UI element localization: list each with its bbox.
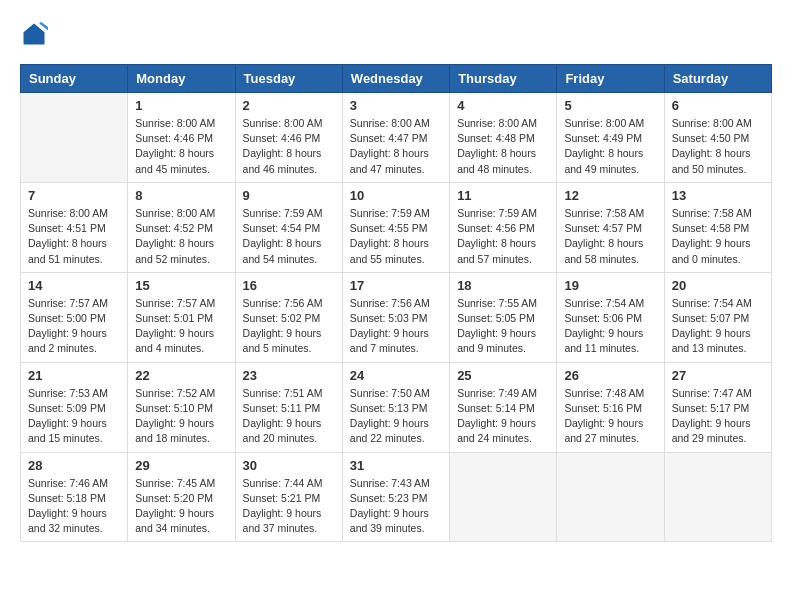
day-info: Sunrise: 7:43 AMSunset: 5:23 PMDaylight:… bbox=[350, 476, 442, 537]
calendar-header-tuesday: Tuesday bbox=[235, 65, 342, 93]
day-number: 29 bbox=[135, 458, 227, 473]
calendar-cell bbox=[664, 452, 771, 542]
day-info: Sunrise: 7:54 AMSunset: 5:06 PMDaylight:… bbox=[564, 296, 656, 357]
day-number: 2 bbox=[243, 98, 335, 113]
day-number: 12 bbox=[564, 188, 656, 203]
day-info: Sunrise: 7:44 AMSunset: 5:21 PMDaylight:… bbox=[243, 476, 335, 537]
day-number: 16 bbox=[243, 278, 335, 293]
day-info: Sunrise: 7:56 AMSunset: 5:02 PMDaylight:… bbox=[243, 296, 335, 357]
day-number: 10 bbox=[350, 188, 442, 203]
calendar-header-thursday: Thursday bbox=[450, 65, 557, 93]
day-info: Sunrise: 7:59 AMSunset: 4:54 PMDaylight:… bbox=[243, 206, 335, 267]
day-number: 25 bbox=[457, 368, 549, 383]
calendar-cell: 5Sunrise: 8:00 AMSunset: 4:49 PMDaylight… bbox=[557, 93, 664, 183]
day-info: Sunrise: 7:57 AMSunset: 5:01 PMDaylight:… bbox=[135, 296, 227, 357]
calendar-header-friday: Friday bbox=[557, 65, 664, 93]
day-info: Sunrise: 7:55 AMSunset: 5:05 PMDaylight:… bbox=[457, 296, 549, 357]
logo bbox=[20, 20, 52, 48]
calendar-cell: 26Sunrise: 7:48 AMSunset: 5:16 PMDayligh… bbox=[557, 362, 664, 452]
calendar-cell: 17Sunrise: 7:56 AMSunset: 5:03 PMDayligh… bbox=[342, 272, 449, 362]
calendar-cell: 29Sunrise: 7:45 AMSunset: 5:20 PMDayligh… bbox=[128, 452, 235, 542]
day-number: 5 bbox=[564, 98, 656, 113]
calendar-cell: 3Sunrise: 8:00 AMSunset: 4:47 PMDaylight… bbox=[342, 93, 449, 183]
calendar-cell: 6Sunrise: 8:00 AMSunset: 4:50 PMDaylight… bbox=[664, 93, 771, 183]
calendar-cell: 18Sunrise: 7:55 AMSunset: 5:05 PMDayligh… bbox=[450, 272, 557, 362]
calendar-cell bbox=[557, 452, 664, 542]
calendar-cell: 12Sunrise: 7:58 AMSunset: 4:57 PMDayligh… bbox=[557, 182, 664, 272]
calendar-week-3: 14Sunrise: 7:57 AMSunset: 5:00 PMDayligh… bbox=[21, 272, 772, 362]
calendar-header-monday: Monday bbox=[128, 65, 235, 93]
day-number: 8 bbox=[135, 188, 227, 203]
calendar-cell: 25Sunrise: 7:49 AMSunset: 5:14 PMDayligh… bbox=[450, 362, 557, 452]
day-number: 23 bbox=[243, 368, 335, 383]
calendar-cell: 9Sunrise: 7:59 AMSunset: 4:54 PMDaylight… bbox=[235, 182, 342, 272]
calendar-cell: 21Sunrise: 7:53 AMSunset: 5:09 PMDayligh… bbox=[21, 362, 128, 452]
day-info: Sunrise: 7:46 AMSunset: 5:18 PMDaylight:… bbox=[28, 476, 120, 537]
calendar-header-row: SundayMondayTuesdayWednesdayThursdayFrid… bbox=[21, 65, 772, 93]
calendar-cell: 24Sunrise: 7:50 AMSunset: 5:13 PMDayligh… bbox=[342, 362, 449, 452]
day-number: 1 bbox=[135, 98, 227, 113]
day-info: Sunrise: 7:52 AMSunset: 5:10 PMDaylight:… bbox=[135, 386, 227, 447]
calendar-cell: 31Sunrise: 7:43 AMSunset: 5:23 PMDayligh… bbox=[342, 452, 449, 542]
day-info: Sunrise: 7:53 AMSunset: 5:09 PMDaylight:… bbox=[28, 386, 120, 447]
day-number: 6 bbox=[672, 98, 764, 113]
day-info: Sunrise: 7:56 AMSunset: 5:03 PMDaylight:… bbox=[350, 296, 442, 357]
day-info: Sunrise: 7:54 AMSunset: 5:07 PMDaylight:… bbox=[672, 296, 764, 357]
calendar-cell: 14Sunrise: 7:57 AMSunset: 5:00 PMDayligh… bbox=[21, 272, 128, 362]
svg-marker-0 bbox=[24, 24, 45, 45]
day-number: 30 bbox=[243, 458, 335, 473]
day-info: Sunrise: 8:00 AMSunset: 4:47 PMDaylight:… bbox=[350, 116, 442, 177]
calendar-cell: 16Sunrise: 7:56 AMSunset: 5:02 PMDayligh… bbox=[235, 272, 342, 362]
day-number: 9 bbox=[243, 188, 335, 203]
day-number: 27 bbox=[672, 368, 764, 383]
day-number: 11 bbox=[457, 188, 549, 203]
day-number: 22 bbox=[135, 368, 227, 383]
calendar-table: SundayMondayTuesdayWednesdayThursdayFrid… bbox=[20, 64, 772, 542]
calendar-cell: 28Sunrise: 7:46 AMSunset: 5:18 PMDayligh… bbox=[21, 452, 128, 542]
day-info: Sunrise: 8:00 AMSunset: 4:51 PMDaylight:… bbox=[28, 206, 120, 267]
page-header bbox=[20, 20, 772, 48]
calendar-week-1: 1Sunrise: 8:00 AMSunset: 4:46 PMDaylight… bbox=[21, 93, 772, 183]
day-number: 31 bbox=[350, 458, 442, 473]
day-info: Sunrise: 7:45 AMSunset: 5:20 PMDaylight:… bbox=[135, 476, 227, 537]
calendar-cell: 10Sunrise: 7:59 AMSunset: 4:55 PMDayligh… bbox=[342, 182, 449, 272]
day-info: Sunrise: 7:47 AMSunset: 5:17 PMDaylight:… bbox=[672, 386, 764, 447]
day-number: 14 bbox=[28, 278, 120, 293]
day-number: 18 bbox=[457, 278, 549, 293]
day-info: Sunrise: 7:49 AMSunset: 5:14 PMDaylight:… bbox=[457, 386, 549, 447]
calendar-cell: 4Sunrise: 8:00 AMSunset: 4:48 PMDaylight… bbox=[450, 93, 557, 183]
day-info: Sunrise: 8:00 AMSunset: 4:52 PMDaylight:… bbox=[135, 206, 227, 267]
calendar-cell: 13Sunrise: 7:58 AMSunset: 4:58 PMDayligh… bbox=[664, 182, 771, 272]
day-info: Sunrise: 7:58 AMSunset: 4:58 PMDaylight:… bbox=[672, 206, 764, 267]
day-number: 24 bbox=[350, 368, 442, 383]
day-info: Sunrise: 7:59 AMSunset: 4:55 PMDaylight:… bbox=[350, 206, 442, 267]
day-info: Sunrise: 8:00 AMSunset: 4:50 PMDaylight:… bbox=[672, 116, 764, 177]
calendar-header-wednesday: Wednesday bbox=[342, 65, 449, 93]
calendar-cell: 22Sunrise: 7:52 AMSunset: 5:10 PMDayligh… bbox=[128, 362, 235, 452]
day-info: Sunrise: 7:50 AMSunset: 5:13 PMDaylight:… bbox=[350, 386, 442, 447]
calendar-cell: 1Sunrise: 8:00 AMSunset: 4:46 PMDaylight… bbox=[128, 93, 235, 183]
calendar-header-sunday: Sunday bbox=[21, 65, 128, 93]
day-number: 15 bbox=[135, 278, 227, 293]
calendar-cell: 20Sunrise: 7:54 AMSunset: 5:07 PMDayligh… bbox=[664, 272, 771, 362]
day-number: 21 bbox=[28, 368, 120, 383]
calendar-cell: 15Sunrise: 7:57 AMSunset: 5:01 PMDayligh… bbox=[128, 272, 235, 362]
day-info: Sunrise: 8:00 AMSunset: 4:46 PMDaylight:… bbox=[243, 116, 335, 177]
day-number: 17 bbox=[350, 278, 442, 293]
calendar-week-5: 28Sunrise: 7:46 AMSunset: 5:18 PMDayligh… bbox=[21, 452, 772, 542]
day-info: Sunrise: 7:58 AMSunset: 4:57 PMDaylight:… bbox=[564, 206, 656, 267]
day-info: Sunrise: 8:00 AMSunset: 4:48 PMDaylight:… bbox=[457, 116, 549, 177]
day-info: Sunrise: 7:57 AMSunset: 5:00 PMDaylight:… bbox=[28, 296, 120, 357]
calendar-cell: 23Sunrise: 7:51 AMSunset: 5:11 PMDayligh… bbox=[235, 362, 342, 452]
day-info: Sunrise: 7:59 AMSunset: 4:56 PMDaylight:… bbox=[457, 206, 549, 267]
day-number: 28 bbox=[28, 458, 120, 473]
day-number: 26 bbox=[564, 368, 656, 383]
calendar-cell: 8Sunrise: 8:00 AMSunset: 4:52 PMDaylight… bbox=[128, 182, 235, 272]
calendar-cell: 7Sunrise: 8:00 AMSunset: 4:51 PMDaylight… bbox=[21, 182, 128, 272]
calendar-header-saturday: Saturday bbox=[664, 65, 771, 93]
calendar-cell: 19Sunrise: 7:54 AMSunset: 5:06 PMDayligh… bbox=[557, 272, 664, 362]
day-number: 3 bbox=[350, 98, 442, 113]
day-info: Sunrise: 7:51 AMSunset: 5:11 PMDaylight:… bbox=[243, 386, 335, 447]
calendar-cell bbox=[21, 93, 128, 183]
calendar-cell bbox=[450, 452, 557, 542]
